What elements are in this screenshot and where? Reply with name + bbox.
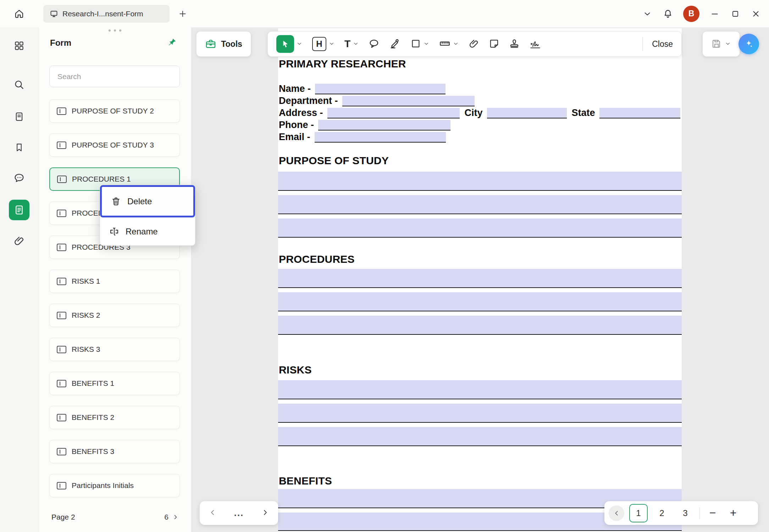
form-field-item[interactable]: RISKS 3: [49, 338, 180, 361]
highlighter-tool-button[interactable]: [389, 38, 401, 50]
form-field-item[interactable]: RISKS 1: [49, 270, 180, 293]
more-pages-button[interactable]: ...: [234, 508, 244, 519]
form-field-item[interactable]: BENEFITS 1: [49, 372, 180, 395]
signature-tool-button[interactable]: [529, 38, 541, 51]
email-label: Email -: [279, 131, 310, 143]
form-field-item[interactable]: Participants Initials: [49, 474, 180, 497]
ruler-icon: [439, 38, 450, 49]
context-menu-delete[interactable]: Delete: [100, 185, 195, 217]
close-form-mode-button[interactable]: Close: [652, 39, 673, 49]
tools-button[interactable]: Tools: [196, 31, 251, 57]
purpose-field-3[interactable]: [278, 218, 682, 238]
plus-icon: [178, 9, 187, 18]
save-dropdown[interactable]: [725, 40, 731, 48]
heading-tool-button[interactable]: H: [312, 37, 326, 51]
measure-tool-dropdown[interactable]: [453, 40, 459, 48]
measure-tool-button[interactable]: [439, 38, 450, 50]
dashboard-button[interactable]: [0, 34, 38, 57]
shape-tool-dropdown[interactable]: [423, 40, 430, 48]
text-tool-dropdown[interactable]: [353, 40, 359, 48]
form-fields-list: PURPOSE OF STUDY 2 PURPOSE OF STUDY 3 PR…: [49, 99, 180, 497]
text-field-icon: [57, 142, 66, 149]
department-field[interactable]: [342, 96, 475, 106]
attachments-button[interactable]: [0, 229, 38, 252]
panel-drag-handle[interactable]: [39, 29, 191, 32]
purpose-field-2[interactable]: [278, 195, 682, 214]
heading-tool-dropdown[interactable]: [328, 40, 335, 48]
notifications-button[interactable]: [658, 4, 678, 24]
context-menu-rename[interactable]: Rename: [100, 217, 195, 245]
text-tool-button[interactable]: T: [344, 38, 350, 50]
left-rail: [0, 27, 38, 532]
bookmarks-button[interactable]: [0, 136, 38, 159]
text-field-icon: [57, 380, 66, 387]
purpose-fields: [278, 172, 682, 242]
next-page-button[interactable]: [261, 508, 270, 518]
editor-toolbar: H T: [267, 31, 682, 57]
home-icon: [14, 9, 24, 19]
prev-page-button[interactable]: [208, 508, 217, 518]
zoom-out-button[interactable]: −: [705, 505, 720, 521]
sticker-tool-button[interactable]: [489, 38, 499, 50]
form-field-item[interactable]: PURPOSE OF STUDY 2: [49, 99, 180, 123]
attach-tool-button[interactable]: [469, 38, 479, 50]
city-field[interactable]: [487, 108, 567, 118]
window-controls: [704, 4, 766, 24]
pages-button[interactable]: [0, 105, 38, 128]
search-sidebar-button[interactable]: [0, 73, 38, 96]
procedures-field-1[interactable]: [278, 269, 682, 288]
name-field[interactable]: [315, 84, 446, 94]
save-button[interactable]: [711, 38, 722, 50]
text-field-icon: [57, 244, 66, 251]
form-field-item[interactable]: BENEFITS 2: [49, 406, 180, 429]
comments-button[interactable]: [0, 167, 38, 189]
phone-field[interactable]: [318, 120, 450, 131]
home-button[interactable]: [0, 0, 38, 27]
shape-tool-button[interactable]: [410, 38, 421, 50]
page-button-1[interactable]: 1: [629, 504, 648, 522]
page-button-2[interactable]: 2: [653, 504, 671, 522]
pin-panel-button[interactable]: [167, 37, 177, 48]
select-tool-button[interactable]: [276, 35, 294, 53]
select-tool-dropdown[interactable]: [296, 40, 303, 48]
highlighter-icon: [389, 38, 401, 49]
ai-assistant-button[interactable]: [738, 34, 759, 54]
page-back-button[interactable]: [609, 505, 624, 521]
chevron-down-icon: [328, 40, 335, 47]
minimize-button[interactable]: [704, 4, 725, 24]
user-avatar[interactable]: B: [683, 6, 699, 22]
comment-tool-button[interactable]: [369, 38, 380, 50]
maximize-button[interactable]: [725, 4, 746, 24]
chevron-left-icon: [613, 509, 620, 517]
address-field[interactable]: [327, 108, 460, 118]
stamp-tool-button[interactable]: [509, 38, 520, 50]
purpose-field-1[interactable]: [278, 172, 682, 191]
minimize-icon: [710, 9, 719, 18]
phone-label: Phone -: [279, 119, 314, 131]
close-window-button[interactable]: [746, 4, 766, 24]
new-tab-button[interactable]: [174, 5, 192, 23]
document-tab[interactable]: Research-I...nsent-Form: [43, 5, 170, 23]
search-input[interactable]: [49, 66, 180, 87]
expand-fields-button[interactable]: [172, 514, 179, 521]
procedures-field-3[interactable]: [278, 316, 682, 335]
state-field[interactable]: [599, 108, 680, 118]
procedures-field-2[interactable]: [278, 292, 682, 311]
grid-icon: [14, 40, 24, 51]
zoom-in-button[interactable]: +: [725, 505, 741, 521]
risks-field-2[interactable]: [278, 404, 682, 423]
toolbar-collapse-button[interactable]: [637, 4, 658, 24]
comment-icon: [13, 172, 25, 184]
email-field[interactable]: [315, 132, 446, 143]
risks-field-1[interactable]: [278, 380, 682, 399]
sticker-icon: [489, 38, 499, 49]
chevron-down-icon: [296, 40, 303, 47]
form-sidebar-button[interactable]: [9, 200, 29, 220]
form-field-item[interactable]: RISKS 2: [49, 304, 180, 327]
form-field-item[interactable]: BENEFITS 3: [49, 440, 180, 463]
square-icon: [410, 38, 421, 49]
form-field-item[interactable]: PURPOSE OF STUDY 3: [49, 133, 180, 157]
document-page: PRIMARY RESEARCHER Name - Department - A…: [278, 28, 682, 532]
page-button-3[interactable]: 3: [676, 504, 695, 522]
risks-field-3[interactable]: [278, 427, 682, 446]
